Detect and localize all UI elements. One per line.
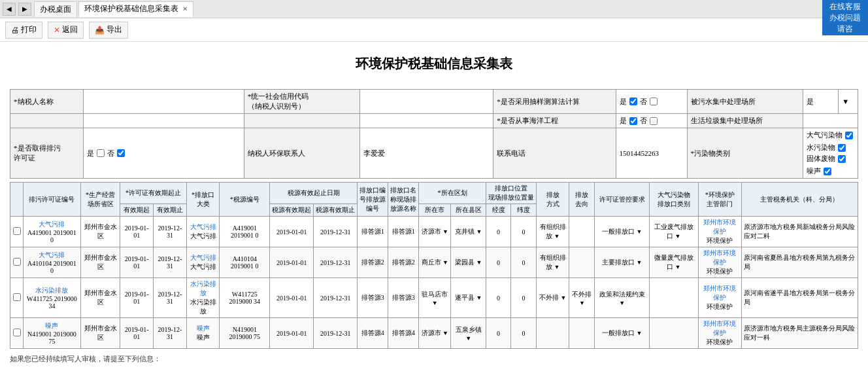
row-permit-req-3[interactable]: 一般排放口 ▼ bbox=[595, 318, 649, 349]
noise-label: 噪声 bbox=[807, 166, 821, 176]
row-city-1[interactable]: 商丘市 ▼ bbox=[419, 247, 451, 278]
table-row: 水污染排放W411725 2019000 34郑州市金水区2019-01-012… bbox=[10, 278, 858, 318]
row-discharge-name-2: 排答源3 bbox=[388, 278, 419, 318]
return-button[interactable]: ✕ 返回 bbox=[48, 22, 84, 39]
row-tax-source-2: W411725 2019000 34 bbox=[220, 278, 270, 318]
row-checkbox-3[interactable] bbox=[10, 318, 24, 349]
env-contact-value: 李爱爱 bbox=[359, 128, 493, 179]
sampling-no-checkbox[interactable] bbox=[650, 98, 658, 105]
row-env-dept-2: 郑州市环境保护环境保护 bbox=[698, 278, 741, 318]
air-pollution-label: 大气污染物 bbox=[807, 130, 843, 140]
sampling-no-label: 否 bbox=[640, 97, 647, 107]
row-tax-end-0: 2019-12-31 bbox=[314, 217, 358, 247]
row-cert-start-2: 2019-01-01 bbox=[120, 278, 154, 318]
row-checkbox-1[interactable] bbox=[10, 247, 24, 278]
row-permit-req-0[interactable]: 一般排放口 ▼ bbox=[595, 217, 649, 247]
row-province-0: 郑州市金水区 bbox=[80, 217, 120, 247]
row-air-type-3[interactable] bbox=[649, 318, 698, 349]
row-county-2[interactable]: 遂平县 ▼ bbox=[451, 278, 486, 318]
pollutant-type-label: *污染物类别 bbox=[687, 128, 803, 179]
row-permit-req-1[interactable]: 主要排放口 ▼ bbox=[595, 247, 649, 278]
empty-value2[interactable] bbox=[359, 114, 493, 128]
pollutant-type-value: 大气污染物 水污染物 固体废物 噪声 bbox=[803, 128, 858, 179]
row-cert-end-1: 2019-12-31 bbox=[154, 247, 187, 278]
col-discharge-type: *排放口大类 bbox=[186, 183, 219, 217]
row-discharge-num-3: 排答源4 bbox=[358, 318, 388, 349]
permit-yes-checkbox[interactable] bbox=[97, 149, 105, 157]
print-icon: 🖨 bbox=[11, 26, 19, 35]
row-discharge-dir-1[interactable] bbox=[569, 247, 595, 278]
row-county-3[interactable]: 五泉乡镇 ▼ bbox=[451, 318, 486, 349]
row-cert-num-0: 大气污排A419001 2019001 0 bbox=[24, 217, 81, 247]
print-button[interactable]: 🖨 打印 bbox=[5, 22, 42, 39]
water-pollution-checkbox[interactable] bbox=[838, 144, 846, 152]
phone-value: 15014452263 bbox=[616, 128, 687, 179]
col-location: 排放口位置现场排放位置量 bbox=[486, 183, 536, 204]
col-discharge-method: 排放方式 bbox=[536, 183, 569, 217]
permit-yes-label: 是 bbox=[87, 149, 94, 158]
offshore-no-checkbox[interactable] bbox=[650, 117, 658, 125]
row-discharge-method-2[interactable]: 不外排 ▼ bbox=[536, 278, 569, 318]
solid-pollution-checkbox[interactable] bbox=[838, 155, 846, 163]
col-area: *所在区划 bbox=[419, 183, 486, 204]
row-discharge-type-1: 大气污排大气污排 bbox=[186, 247, 219, 278]
tab-form[interactable]: 环境保护税基础信息采集表 ✕ bbox=[78, 1, 193, 17]
permit-no-checkbox[interactable] bbox=[117, 149, 125, 157]
return-label: 返回 bbox=[62, 24, 78, 35]
row-discharge-method-1[interactable]: 有组织排放 ▼ bbox=[536, 247, 569, 278]
sampling-yes-checkbox[interactable] bbox=[629, 98, 637, 105]
row-checkbox-2[interactable] bbox=[10, 278, 24, 318]
offshore-yes-checkbox[interactable] bbox=[629, 117, 637, 125]
row-cert-num-2: 水污染排放W411725 2019000 34 bbox=[24, 278, 81, 318]
col-air-type: 大气污染物排放口类别 bbox=[649, 183, 698, 217]
row-county-1[interactable]: 梁园县 ▼ bbox=[451, 247, 486, 278]
row-discharge-method-3[interactable] bbox=[536, 318, 569, 349]
tab-next-btn[interactable]: ▶ bbox=[18, 3, 31, 16]
row-county-0[interactable]: 克井镇 ▼ bbox=[451, 217, 486, 247]
row-tax-end-2: 2019-12-31 bbox=[314, 278, 358, 318]
row-cert-end-0: 2019-12-31 bbox=[154, 217, 187, 247]
export-icon: 📤 bbox=[95, 26, 105, 35]
online-help-panel[interactable]: 在线客服 办税问题请咨 bbox=[822, 0, 868, 35]
export-label: 导出 bbox=[107, 24, 122, 35]
row-checkbox-0[interactable] bbox=[10, 217, 24, 247]
offshore-label: *是否从事海洋工程 bbox=[493, 114, 616, 128]
env-contact-label: 纳税人环保联系人 bbox=[244, 128, 359, 179]
taxpayer-name-value[interactable] bbox=[84, 90, 244, 114]
pollution-collection-dropdown[interactable]: ▼ bbox=[839, 90, 858, 114]
solid-pollution-label: 固体废物 bbox=[807, 154, 835, 164]
tab-prev-btn[interactable]: ◀ bbox=[3, 3, 16, 16]
row-air-type-0[interactable]: 工业废气排放口 ▼ bbox=[649, 217, 698, 247]
footer-note-text: 如果您已经持续填写人审核，请提至下列信息： bbox=[10, 355, 161, 363]
row-city-3[interactable]: 济源市 ▼ bbox=[419, 318, 451, 349]
unified-code-value[interactable] bbox=[359, 90, 493, 114]
row-permit-req-2[interactable]: 政策和法规约束 ▼ bbox=[595, 278, 649, 318]
noise-checkbox[interactable] bbox=[824, 168, 831, 175]
col-cert-period: *许可证有效期起止 bbox=[120, 183, 187, 204]
row-cert-num-3: 噪声N419001 2019000 75 bbox=[24, 318, 81, 349]
tab-close-btn[interactable]: ✕ bbox=[182, 5, 188, 12]
offshore-no-label: 否 bbox=[640, 116, 647, 126]
col-tax-start: 税源有效期起 bbox=[270, 204, 314, 217]
tab-bar: ◀ ▶ 办税桌面 环境保护税基础信息采集表 ✕ 在线客服 办税问题请咨 bbox=[0, 0, 868, 18]
row-discharge-num-1: 排答源2 bbox=[358, 247, 388, 278]
col-discharge-name: 排放口名称现场排放源名称 bbox=[388, 183, 419, 217]
row-city-2[interactable]: 驻马店市 ▼ bbox=[419, 278, 451, 318]
col-env-dept: *环境保护主管部门 bbox=[698, 183, 741, 217]
row-air-type-1[interactable]: 微量废气排放口 ▼ bbox=[649, 247, 698, 278]
row-air-type-2[interactable] bbox=[649, 278, 698, 318]
water-pollution-label: 水污染物 bbox=[807, 143, 835, 152]
row-city-0[interactable]: 济源市 ▼ bbox=[419, 217, 451, 247]
waste-collection-value[interactable] bbox=[803, 114, 858, 128]
row-discharge-method-0[interactable]: 有组织排放 ▼ bbox=[536, 217, 569, 247]
tab-desktop[interactable]: 办税桌面 bbox=[34, 1, 77, 17]
row-discharge-dir-0[interactable] bbox=[569, 217, 595, 247]
export-button[interactable]: 📤 导出 bbox=[89, 22, 128, 39]
air-pollution-checkbox[interactable] bbox=[845, 132, 853, 139]
empty-value[interactable] bbox=[84, 114, 244, 128]
col-tax-source-num: *税源编号 bbox=[220, 183, 270, 217]
sampling-yes-label: 是 bbox=[620, 97, 627, 107]
row-longitude-0: 0 bbox=[486, 217, 511, 247]
row-discharge-dir-3[interactable] bbox=[569, 318, 595, 349]
row-discharge-dir-2[interactable]: 不外排 ▼ bbox=[569, 278, 595, 318]
